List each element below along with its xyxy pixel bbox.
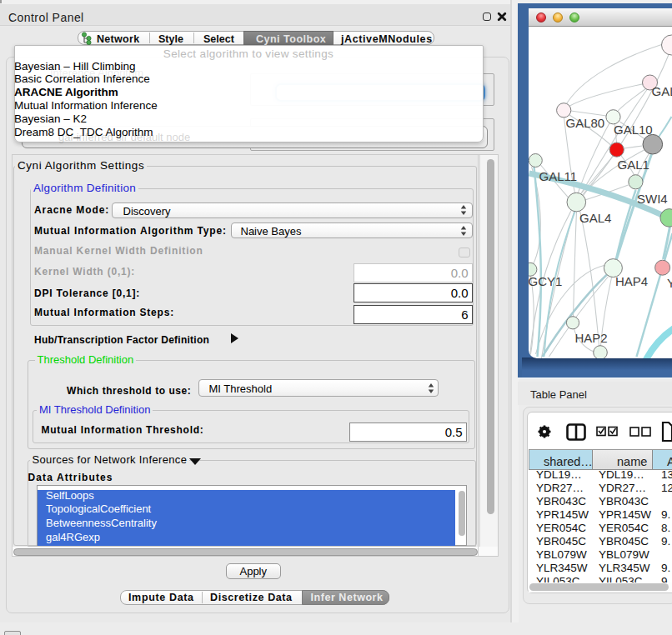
svg-text:HAP4: HAP4 xyxy=(615,274,648,288)
svg-text:GAL11: GAL11 xyxy=(539,169,577,183)
svg-text:GAL: GAL xyxy=(651,84,672,98)
svg-text:GAL10: GAL10 xyxy=(614,122,653,137)
svg-text:GCY1: GCY1 xyxy=(529,274,562,288)
svg-text:Y: Y xyxy=(667,276,672,290)
svg-text:SWI4: SWI4 xyxy=(637,192,668,206)
svg-text:GAL1: GAL1 xyxy=(617,158,649,172)
svg-text:HAP2: HAP2 xyxy=(574,331,607,345)
svg-text:GAL80: GAL80 xyxy=(565,116,604,130)
svg-text:GAL4: GAL4 xyxy=(579,211,611,225)
